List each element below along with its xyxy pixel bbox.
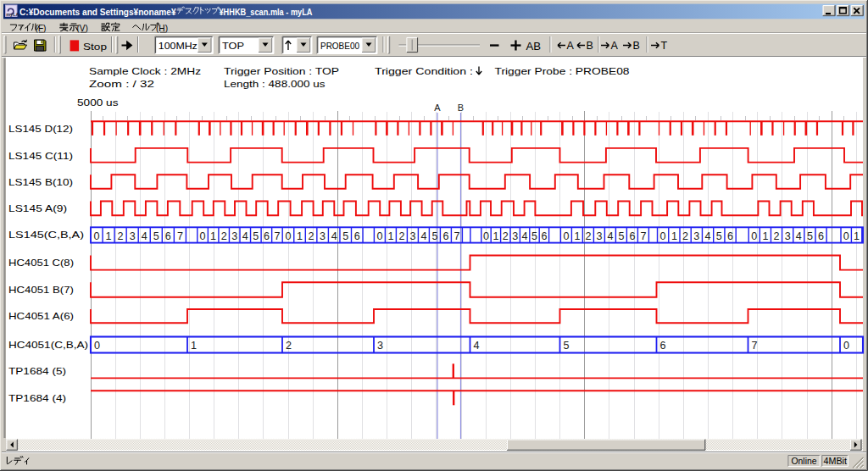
svg-text:0: 0	[563, 230, 569, 242]
svg-text:1: 1	[297, 230, 303, 242]
svg-text:5: 5	[153, 230, 159, 242]
svg-text:T: T	[661, 40, 668, 52]
svg-text:TP1684 (5): TP1684 (5)	[8, 366, 66, 376]
svg-text:7: 7	[752, 340, 758, 352]
svg-text:6: 6	[629, 230, 635, 242]
svg-text:A: A	[434, 103, 441, 113]
svg-text:4: 4	[331, 230, 337, 242]
svg-text:1: 1	[854, 230, 860, 242]
svg-text:TP1684 (4): TP1684 (4)	[8, 393, 66, 403]
svg-text:Stop: Stop	[83, 42, 107, 52]
svg-text:4: 4	[420, 230, 426, 242]
svg-text:1: 1	[574, 230, 580, 242]
svg-text:Trigger Condition :: Trigger Condition :	[375, 66, 473, 76]
svg-text:3: 3	[320, 230, 326, 242]
svg-text:0: 0	[843, 230, 849, 242]
svg-text:6: 6	[660, 340, 666, 352]
svg-text:6: 6	[727, 230, 733, 242]
svg-text:A: A	[611, 40, 619, 52]
svg-text:2: 2	[221, 230, 227, 242]
svg-text:1: 1	[387, 230, 393, 242]
svg-text:4: 4	[242, 230, 248, 242]
svg-text:LS145(C,B,A): LS145(C,B,A)	[8, 230, 84, 240]
svg-text:Online: Online	[792, 456, 817, 466]
svg-text:0: 0	[200, 230, 206, 242]
svg-text:1: 1	[492, 230, 498, 242]
svg-text:0: 0	[376, 230, 382, 242]
svg-text:5: 5	[531, 230, 537, 242]
svg-text:4: 4	[522, 230, 528, 242]
svg-text:1: 1	[210, 230, 216, 242]
svg-text:4: 4	[142, 230, 147, 242]
svg-text:3: 3	[231, 230, 237, 242]
svg-text:100MHz: 100MHz	[159, 41, 198, 51]
svg-text:7: 7	[640, 230, 646, 242]
svg-text:6: 6	[442, 230, 448, 242]
svg-text:2: 2	[773, 230, 779, 242]
svg-text:4: 4	[796, 230, 802, 242]
svg-text:6: 6	[165, 230, 171, 242]
svg-text:5: 5	[342, 230, 348, 242]
svg-text:B: B	[587, 40, 593, 52]
svg-text:B: B	[633, 40, 640, 52]
svg-text:1: 1	[762, 230, 768, 242]
svg-text:2: 2	[585, 230, 591, 242]
svg-text:(F): (F)	[36, 23, 47, 33]
svg-text:myLA: myLA	[6, 12, 19, 17]
svg-text:3: 3	[130, 230, 136, 242]
svg-text:LS145 D(12): LS145 D(12)	[8, 124, 73, 134]
svg-text:C:¥Documents and Settings¥nona: C:¥Documents and Settings¥noname¥	[19, 7, 176, 17]
svg-text:3: 3	[785, 230, 791, 242]
svg-text:2: 2	[398, 230, 404, 242]
svg-text:7: 7	[453, 230, 459, 242]
svg-text:5: 5	[253, 230, 259, 242]
svg-text:HC4051 B(7): HC4051 B(7)	[8, 285, 74, 295]
svg-text:2: 2	[309, 230, 314, 242]
svg-text:4: 4	[705, 230, 711, 242]
svg-text:(V): (V)	[77, 23, 89, 33]
svg-text:7: 7	[177, 230, 183, 242]
svg-text:A: A	[567, 40, 575, 52]
svg-text:LS145 C(11): LS145 C(11)	[8, 151, 73, 161]
svg-text:4: 4	[474, 340, 480, 352]
svg-text:4MBit: 4MBit	[824, 456, 848, 466]
svg-text:Length : 488.000 us: Length : 488.000 us	[224, 79, 326, 89]
svg-text:7: 7	[274, 230, 280, 242]
svg-text:4: 4	[607, 230, 613, 242]
svg-text:1: 1	[671, 230, 677, 242]
svg-text:0: 0	[285, 230, 291, 242]
svg-text:1: 1	[106, 230, 112, 242]
svg-text:2: 2	[118, 230, 124, 242]
svg-text:LS145 A(9): LS145 A(9)	[8, 203, 67, 213]
svg-text:0: 0	[93, 230, 99, 242]
svg-text:HC4051(C,B,A): HC4051(C,B,A)	[8, 340, 88, 350]
svg-text:HC4051 A(6): HC4051 A(6)	[8, 311, 74, 321]
svg-text:5: 5	[431, 230, 437, 242]
svg-text:3: 3	[409, 230, 415, 242]
svg-text:Trigger Probe : PROBE08: Trigger Probe : PROBE08	[495, 66, 630, 76]
svg-text:HC4051 C(8): HC4051 C(8)	[8, 258, 74, 268]
svg-text:5000 us: 5000 us	[77, 97, 119, 108]
svg-text:3: 3	[693, 230, 699, 242]
svg-text:LS145 B(10): LS145 B(10)	[8, 177, 73, 187]
svg-text:3: 3	[512, 230, 518, 242]
svg-text:5: 5	[716, 230, 722, 242]
svg-text:5: 5	[618, 230, 624, 242]
svg-text:5: 5	[807, 230, 813, 242]
svg-text:3: 3	[377, 340, 383, 352]
svg-text:PROBE00: PROBE00	[320, 41, 359, 51]
svg-text:2: 2	[503, 230, 509, 242]
svg-text:Trigger Position : TOP: Trigger Position : TOP	[224, 66, 339, 76]
svg-text:5: 5	[564, 340, 570, 352]
svg-text:Zoom : / 32: Zoom : / 32	[89, 79, 154, 89]
svg-text:¥HHKB_scan.mla - myLA: ¥HHKB_scan.mla - myLA	[220, 7, 313, 17]
svg-text:0: 0	[483, 230, 489, 242]
svg-text:0: 0	[751, 230, 757, 242]
svg-text:(H): (H)	[156, 23, 168, 33]
svg-text:0: 0	[94, 340, 100, 352]
svg-text:6: 6	[541, 230, 547, 242]
svg-text:3: 3	[596, 230, 602, 242]
svg-text:TOP: TOP	[222, 41, 244, 51]
svg-text:6: 6	[264, 230, 270, 242]
svg-text:0: 0	[843, 340, 849, 352]
